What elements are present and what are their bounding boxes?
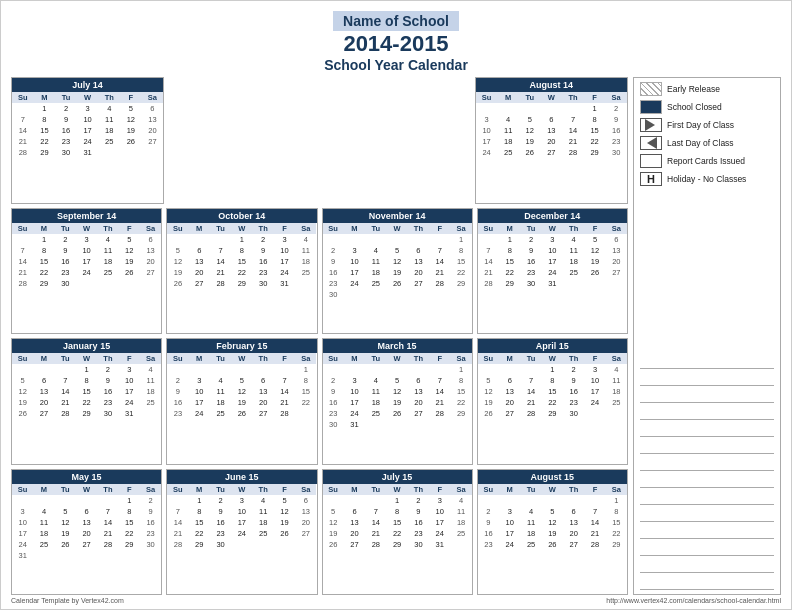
calendar-day: 28 (12, 278, 33, 289)
calendar-day: 22 (295, 397, 316, 408)
day-of-week: Tu (55, 92, 77, 103)
calendar-day: 16 (605, 125, 627, 136)
calendar-day: 9 (55, 245, 76, 256)
calendar-row-0: July 14SuMTuWThFSa1234567891011121314151… (11, 77, 628, 204)
calendar-day: 26 (542, 539, 563, 550)
day-of-week: Th (253, 353, 274, 364)
day-of-week: Su (12, 353, 33, 364)
calendar-day: 18 (365, 397, 386, 408)
calendar-day (189, 364, 210, 375)
calendar-day: 19 (323, 528, 344, 539)
calendar-day: 8 (450, 245, 471, 256)
calendar-day: 25 (295, 267, 316, 278)
calendar-day: 15 (584, 125, 606, 136)
calendar-day: 19 (274, 517, 295, 528)
year: 2014-2015 (11, 31, 781, 57)
day-of-week: Th (97, 353, 118, 364)
month-grid: SuMTuWThFSa12345678910111213141516171819… (478, 353, 627, 419)
day-of-week: Sa (606, 484, 627, 495)
calendar-day: 15 (295, 386, 316, 397)
calendar-day: 3 (344, 245, 365, 256)
calendar-day: 10 (12, 517, 33, 528)
calendar-day: 1 (606, 495, 627, 506)
calendar-day: 24 (429, 528, 450, 539)
calendar-day: 4 (563, 234, 584, 245)
calendar-day: 29 (386, 539, 407, 550)
calendar-day: 29 (231, 278, 252, 289)
calendar-day: 21 (429, 397, 450, 408)
day-of-week: Tu (55, 484, 76, 495)
calendar-day: 24 (344, 278, 365, 289)
calendar-day: 23 (408, 528, 429, 539)
day-of-week: Su (476, 92, 498, 103)
calendar-day (520, 495, 541, 506)
calendar-day: 28 (97, 539, 118, 550)
day-of-week: W (231, 353, 252, 364)
calendar-day: 14 (365, 517, 386, 528)
legend-icon-solid-blue (640, 100, 662, 114)
calendar-day: 16 (55, 256, 76, 267)
calendar-day: 17 (77, 125, 99, 136)
calendar-day: 12 (584, 245, 605, 256)
calendar-day: 21 (210, 267, 231, 278)
calendar-day: 5 (519, 114, 541, 125)
calendar-day: 21 (562, 136, 584, 147)
calendar-day: 17 (476, 136, 498, 147)
legend-item: Report Cards Issued (640, 154, 774, 168)
calendar-day: 5 (584, 234, 605, 245)
calendar-day: 24 (499, 539, 520, 550)
legend-line (640, 355, 774, 369)
calendar-day: 24 (76, 267, 97, 278)
calendar-day: 2 (563, 364, 584, 375)
day-of-week: Su (167, 223, 188, 234)
footer: Calendar Template by Vertex42.com http:/… (11, 597, 781, 604)
calendar-day: 14 (210, 256, 231, 267)
day-of-week: Tu (365, 223, 386, 234)
calendar-day: 24 (189, 408, 210, 419)
calendar-day: 14 (55, 386, 76, 397)
calendar-day: 23 (55, 136, 77, 147)
calendar-day: 28 (55, 408, 76, 419)
calendar-day: 24 (12, 539, 33, 550)
calendar-day: 16 (478, 528, 499, 539)
calendar-day: 2 (55, 234, 76, 245)
calendar-day: 29 (76, 408, 97, 419)
calendar-day: 3 (344, 375, 365, 386)
calendar-day (12, 103, 34, 114)
calendar-day: 3 (231, 495, 252, 506)
calendar-day: 24 (77, 136, 99, 147)
month-grid: SuMTuWThFSa12345678910111213141516171819… (167, 353, 316, 419)
calendar-day: 27 (408, 408, 429, 419)
calendar-day (167, 234, 188, 245)
month-grid: SuMTuWThFSa12345678910111213141516171819… (478, 484, 627, 550)
calendar-day: 14 (520, 386, 541, 397)
day-of-week: W (386, 353, 407, 364)
calendar-day: 5 (386, 375, 407, 386)
calendar-day: 8 (76, 375, 97, 386)
month-header: July 14 (12, 78, 163, 92)
month-header: October 14 (167, 209, 316, 223)
day-of-week: M (344, 353, 365, 364)
calendar-day: 10 (76, 245, 97, 256)
calendar-day: 25 (365, 278, 386, 289)
calendar-day: 6 (408, 245, 429, 256)
day-of-week: Sa (606, 223, 627, 234)
calendar-day: 5 (323, 506, 344, 517)
calendar-day: 26 (274, 528, 295, 539)
day-of-week: W (541, 92, 563, 103)
day-of-week: Sa (140, 484, 161, 495)
calendar-day: 6 (499, 375, 520, 386)
calendar-day (210, 364, 231, 375)
calendar-day: 31 (429, 539, 450, 550)
calendar-day: 10 (119, 375, 140, 386)
calendar-day: 29 (119, 539, 140, 550)
day-of-week: Sa (140, 353, 161, 364)
calendar-day: 8 (34, 114, 56, 125)
calendar-day (365, 364, 386, 375)
calendar-day: 1 (76, 364, 97, 375)
day-of-week: Tu (210, 484, 231, 495)
footer-left: Calendar Template by Vertex42.com (11, 597, 124, 604)
day-of-week: M (189, 484, 210, 495)
calendar-day: 29 (542, 408, 563, 419)
calendar-day: 21 (97, 528, 118, 539)
